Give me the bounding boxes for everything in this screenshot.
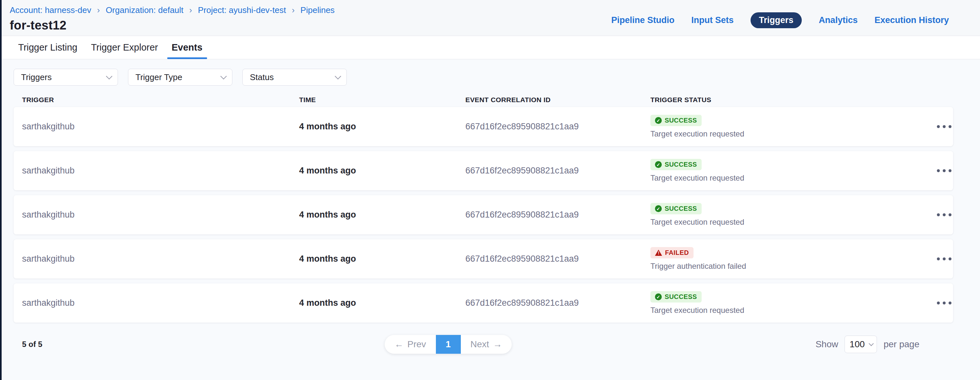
event-correlation-id: 667d16f2ec895908821c1aa9 xyxy=(465,210,651,220)
chevron-down-icon xyxy=(335,73,341,80)
breadcrumb-separator-icon: › xyxy=(96,5,100,15)
table-row: sarthakgithub4 months ago667d16f2ec89590… xyxy=(14,239,953,278)
chevron-down-icon xyxy=(869,341,874,346)
check-circle-icon: ✓ xyxy=(655,161,662,168)
breadcrumb-pipelines[interactable]: Pipelines xyxy=(301,5,335,15)
page-size-control: Show 100 per page xyxy=(815,335,920,353)
table-row: sarthakgithub4 months ago667d16f2ec89590… xyxy=(14,283,953,323)
event-time: 4 months ago xyxy=(299,166,465,176)
pagination: ← Prev 1 Next → xyxy=(385,335,512,354)
event-time: 4 months ago xyxy=(299,210,465,220)
row-menu-button[interactable] xyxy=(935,166,962,176)
row-menu-button[interactable] xyxy=(935,254,962,263)
check-circle-icon: ✓ xyxy=(655,117,662,124)
status-filter-dropdown[interactable]: Status xyxy=(242,69,347,86)
nav-execution-history[interactable]: Execution History xyxy=(874,15,949,25)
three-dots-icon xyxy=(935,210,953,219)
triggers-filter-dropdown[interactable]: Triggers xyxy=(14,69,118,86)
trigger-status-cell: ✓FAILEDTrigger authentication failed xyxy=(651,247,935,271)
nav-input-sets[interactable]: Input Sets xyxy=(691,15,734,25)
chevron-down-icon xyxy=(220,73,227,80)
events-content: Triggers Trigger Type Status TRIGGER TIM… xyxy=(0,59,980,380)
status-message: Target execution requested xyxy=(651,174,745,182)
next-page-button[interactable]: Next → xyxy=(461,335,512,354)
column-header-time: TIME xyxy=(299,96,465,104)
three-dots-icon xyxy=(935,254,953,263)
nav-triggers[interactable]: Triggers xyxy=(751,12,802,28)
trigger-status-cell: ✓SUCCESSTarget execution requested xyxy=(651,291,935,315)
next-label: Next xyxy=(471,339,489,350)
page-size-value: 100 xyxy=(850,339,865,350)
status-badge: ✓SUCCESS xyxy=(651,159,702,170)
per-page-label: per page xyxy=(883,339,920,350)
row-count: 5 of 5 xyxy=(14,340,43,349)
trigger-name: sarthakgithub xyxy=(22,298,299,308)
triggers-filter-label: Triggers xyxy=(21,72,51,82)
status-label: SUCCESS xyxy=(665,205,697,212)
event-correlation-id: 667d16f2ec895908821c1aa9 xyxy=(465,298,651,308)
table-row: sarthakgithub4 months ago667d16f2ec89590… xyxy=(14,195,953,235)
event-correlation-id: 667d16f2ec895908821c1aa9 xyxy=(465,121,651,132)
status-filter-label: Status xyxy=(250,72,274,82)
prev-page-button[interactable]: ← Prev xyxy=(385,335,436,354)
breadcrumb-organization[interactable]: Organization: default xyxy=(106,5,183,15)
three-dots-icon xyxy=(935,298,953,308)
status-message: Trigger authentication failed xyxy=(651,262,746,271)
tab-trigger-listing[interactable]: Trigger Listing xyxy=(18,36,78,59)
row-menu-button[interactable] xyxy=(935,122,962,131)
trigger-type-filter-dropdown[interactable]: Trigger Type xyxy=(128,69,232,86)
pipeline-top-nav: Pipeline Studio Input Sets Triggers Anal… xyxy=(611,12,949,28)
check-circle-icon: ✓ xyxy=(655,294,662,300)
trigger-type-filter-label: Trigger Type xyxy=(135,72,183,82)
trigger-status-cell: ✓SUCCESSTarget execution requested xyxy=(651,115,935,139)
page-1-button[interactable]: 1 xyxy=(436,335,461,354)
event-time: 4 months ago xyxy=(299,254,465,264)
warning-triangle-icon xyxy=(655,250,662,256)
three-dots-icon xyxy=(935,166,953,176)
events-table: sarthakgithub4 months ago667d16f2ec89590… xyxy=(14,107,953,323)
table-row: sarthakgithub4 months ago667d16f2ec89590… xyxy=(14,151,953,190)
event-correlation-id: 667d16f2ec895908821c1aa9 xyxy=(465,166,651,176)
status-badge: ✓SUCCESS xyxy=(651,291,702,302)
chevron-down-icon xyxy=(106,73,113,80)
column-header-trigger-status: TRIGGER STATUS xyxy=(651,96,935,104)
breadcrumb: Account: harness-dev › Organization: def… xyxy=(10,5,335,15)
breadcrumb-separator-icon: › xyxy=(189,5,193,15)
check-circle-icon: ✓ xyxy=(655,205,662,212)
status-label: SUCCESS xyxy=(665,293,697,300)
status-label: SUCCESS xyxy=(665,117,697,124)
tab-events[interactable]: Events xyxy=(171,36,203,59)
trigger-status-cell: ✓SUCCESSTarget execution requested xyxy=(651,159,935,182)
tab-bar: Trigger Listing Trigger Explorer Events xyxy=(0,36,980,59)
status-message: Target execution requested xyxy=(651,217,745,227)
event-correlation-id: 667d16f2ec895908821c1aa9 xyxy=(465,254,651,264)
row-menu-button[interactable] xyxy=(935,298,962,308)
arrow-right-icon: → xyxy=(493,339,502,350)
event-time: 4 months ago xyxy=(299,121,465,132)
tab-trigger-explorer[interactable]: Trigger Explorer xyxy=(91,36,159,59)
nav-analytics[interactable]: Analytics xyxy=(819,15,858,25)
prev-label: Prev xyxy=(407,339,426,350)
status-label: SUCCESS xyxy=(665,161,697,168)
nav-pipeline-studio[interactable]: Pipeline Studio xyxy=(611,15,675,25)
breadcrumb-project[interactable]: Project: ayushi-dev-test xyxy=(198,5,286,15)
page-size-dropdown[interactable]: 100 xyxy=(845,335,877,353)
status-message: Target execution requested xyxy=(651,306,745,315)
breadcrumb-separator-icon: › xyxy=(291,5,295,15)
table-footer: 5 of 5 ← Prev 1 Next → Show 100 per page xyxy=(14,335,953,354)
header-left: Account: harness-dev › Organization: def… xyxy=(10,5,335,32)
trigger-name: sarthakgithub xyxy=(22,254,299,264)
row-menu-button[interactable] xyxy=(935,210,962,219)
status-message: Target execution requested xyxy=(651,129,745,139)
column-header-event-correlation-id: EVENT CORRELATION ID xyxy=(465,96,651,104)
trigger-name: sarthakgithub xyxy=(22,121,299,132)
status-badge: ✓SUCCESS xyxy=(651,115,702,126)
breadcrumb-account[interactable]: Account: harness-dev xyxy=(10,5,91,15)
filters-row: Triggers Trigger Type Status xyxy=(14,69,980,86)
table-row: sarthakgithub4 months ago667d16f2ec89590… xyxy=(14,107,953,146)
collapsed-sidebar-strip xyxy=(0,0,2,380)
column-header-trigger: TRIGGER xyxy=(22,96,299,104)
event-time: 4 months ago xyxy=(299,298,465,308)
status-label: FAILED xyxy=(665,249,689,257)
status-badge: ✓FAILED xyxy=(651,247,694,259)
